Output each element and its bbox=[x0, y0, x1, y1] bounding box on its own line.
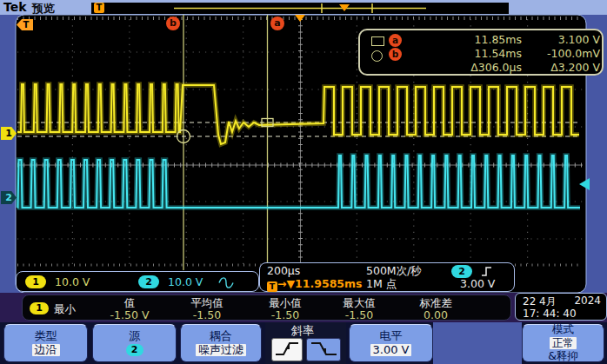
channel2-scale: 10.0 V bbox=[168, 275, 203, 288]
menu-source-button[interactable]: 源 2 bbox=[92, 324, 177, 362]
channel1-scale: 10.0 V bbox=[55, 275, 90, 288]
trigger-source-badge: 2 bbox=[451, 265, 472, 278]
timebase-scale: 200μs bbox=[267, 264, 300, 277]
menu-coupling-label: 耦合 bbox=[210, 330, 232, 343]
menu-gap-bezel bbox=[433, 322, 522, 364]
cursor-a-badge: a bbox=[270, 17, 284, 30]
channel1-badge: 1 bbox=[25, 275, 46, 288]
menu-source-channel-badge: 2 bbox=[126, 344, 143, 356]
meas-value-min: -1.50 bbox=[246, 308, 324, 321]
ac-coupling-icon bbox=[218, 277, 234, 288]
menu-source-label: 源 bbox=[129, 330, 140, 343]
menu-type-label: 类型 bbox=[35, 330, 57, 343]
trigger-arrow-icon: →▼ bbox=[277, 277, 295, 290]
menu-type-button[interactable]: 类型 边沿 bbox=[3, 324, 88, 362]
menu-coupling-value: 噪声过滤 bbox=[196, 344, 246, 357]
menu-mode-value: 正常 bbox=[550, 337, 577, 349]
meas-value-value: -1.50 V bbox=[90, 308, 169, 321]
cursor-b-circle-icon bbox=[371, 50, 383, 62]
menu-level-button[interactable]: 电平 3.00 V bbox=[349, 324, 433, 362]
cursor-readout-box: a 11.85ms 3.100 V b 11.54ms -100.0mV Δ30… bbox=[358, 29, 604, 76]
meas-value-mean: -1.50 bbox=[168, 308, 246, 321]
falling-edge-icon[interactable] bbox=[306, 338, 341, 361]
menu-slope-section[interactable]: 斜率 bbox=[265, 322, 346, 364]
meas-value-max: -1.50 bbox=[320, 308, 398, 321]
year-label: 2024 bbox=[574, 295, 601, 307]
oscilloscope-display: Tek 预览 T bbox=[0, 0, 607, 364]
cursor-a-badge-small: a bbox=[389, 34, 402, 47]
trigger-position-readout: T→▼11.9585ms bbox=[267, 277, 363, 292]
datetime-box: 22 4月 2024 17: 44: 40 bbox=[515, 293, 607, 321]
menu-level-label: 电平 bbox=[380, 330, 403, 343]
timebase-readout: 200μs 500M次/秒 2 T→▼11.9585ms 1M 点 3.00 V bbox=[259, 262, 515, 292]
cursor-b-badge: b bbox=[166, 17, 180, 30]
cursor-a-voltage: 3.100 V bbox=[506, 33, 600, 46]
menu-coupling-button[interactable]: 耦合 噪声过滤 bbox=[180, 324, 262, 362]
cursor-a-square-icon bbox=[371, 36, 384, 46]
cursor-b-voltage: -100.0mV bbox=[506, 47, 600, 60]
time-label: 17: 44: 40 bbox=[523, 308, 577, 320]
trigger-t-icon: T bbox=[267, 281, 277, 292]
trigger-slope-icon bbox=[481, 266, 493, 277]
menu-mode-button[interactable]: 模式 正常 &释抑 bbox=[522, 324, 604, 362]
menu-mode-value2: &释抑 bbox=[548, 350, 578, 362]
cursor-b-badge-small: b bbox=[389, 48, 402, 61]
measurement-readout: 1 最小 值 -1.50 V 平均值 -1.50 最小值 -1.50 最大值 -… bbox=[22, 295, 511, 321]
menu-level-value: 3.00 V bbox=[370, 344, 412, 357]
menu-slope-label: 斜率 bbox=[291, 323, 314, 339]
menu-mode-label: 模式 bbox=[552, 323, 574, 335]
channel-scale-readout: 1 10.0 V 2 10.0 V bbox=[16, 271, 259, 292]
meas-value-stddev: 0.00 bbox=[397, 308, 475, 321]
measurement-name: 最小 bbox=[54, 302, 76, 317]
trigger-level-readout: 3.00 V bbox=[460, 277, 495, 290]
trigger-position-value: 11.9585ms bbox=[295, 277, 362, 290]
channel2-badge: 2 bbox=[138, 275, 159, 288]
record-length: 1M 点 bbox=[366, 277, 397, 292]
measurement-channel-badge: 1 bbox=[30, 302, 49, 314]
rising-edge-icon[interactable] bbox=[271, 338, 303, 361]
cursor-delta-voltage: Δ3.200 V bbox=[506, 61, 600, 74]
menu-type-value: 边沿 bbox=[32, 344, 60, 357]
